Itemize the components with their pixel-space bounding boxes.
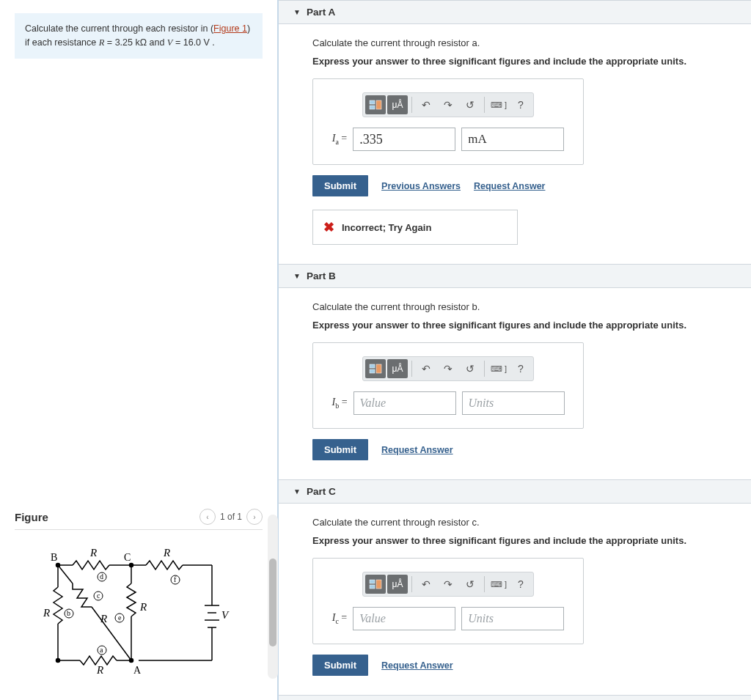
- equation-toolbar: μÅ ↶ ↷ ↺ ⌨ ] ?: [362, 356, 534, 381]
- units-icon[interactable]: μÅ: [387, 359, 408, 378]
- svg-text:b: b: [67, 609, 70, 617]
- keyboard-icon[interactable]: ⌨ ]: [488, 359, 509, 378]
- svg-text:B: B: [51, 552, 57, 563]
- part-c-header[interactable]: ▼ Part C: [279, 479, 751, 504]
- caret-down-icon: ▼: [293, 272, 301, 280]
- answer-box: μÅ ↶ ↷ ↺ ⌨ ] ? Ia =: [312, 78, 584, 165]
- undo-icon[interactable]: ↶: [416, 575, 436, 594]
- request-answer-link[interactable]: Request Answer: [381, 660, 453, 671]
- units-input[interactable]: [461, 607, 564, 630]
- reset-icon[interactable]: ↺: [460, 359, 480, 378]
- svg-text:R: R: [100, 613, 107, 625]
- caret-down-icon: ▼: [293, 487, 301, 495]
- answer-box: μÅ ↶ ↷ ↺ ⌨ ] ? Ic =: [312, 558, 584, 644]
- svg-text:R: R: [96, 664, 103, 676]
- value-input[interactable]: [353, 391, 456, 415]
- previous-answers-link[interactable]: Previous Answers: [381, 181, 461, 191]
- problem-statement: Calculate the current through each resis…: [15, 13, 263, 59]
- fig-pager: 1 of 1: [220, 512, 242, 522]
- keyboard-icon[interactable]: ⌨ ]: [488, 575, 509, 594]
- feedback-box: ✖ Incorrect; Try Again: [312, 210, 518, 245]
- svg-rect-50: [376, 364, 381, 373]
- units-input[interactable]: [462, 391, 565, 415]
- svg-rect-45: [370, 100, 375, 104]
- prompt: Calculate the current through resistor b…: [312, 301, 726, 312]
- figure-link[interactable]: Figure 1: [213, 23, 247, 34]
- svg-text:R: R: [89, 547, 97, 559]
- submit-button[interactable]: Submit: [312, 439, 368, 460]
- svg-rect-49: [370, 369, 375, 373]
- fig-next-button[interactable]: ›: [246, 509, 263, 525]
- figure-scrollbar[interactable]: [268, 515, 278, 679]
- redo-icon[interactable]: ↷: [438, 575, 458, 594]
- request-answer-link[interactable]: Request Answer: [474, 181, 545, 191]
- units-icon[interactable]: μÅ: [387, 575, 408, 594]
- redo-icon[interactable]: ↷: [438, 359, 458, 378]
- templates-icon[interactable]: [365, 359, 386, 378]
- instructions: Express your answer to three significant…: [312, 56, 726, 67]
- undo-icon[interactable]: ↶: [416, 95, 436, 114]
- svg-text:V: V: [221, 609, 230, 621]
- part-b-header[interactable]: ▼ Part B: [279, 264, 751, 288]
- request-answer-link[interactable]: Request Answer: [381, 445, 453, 455]
- svg-text:A: A: [133, 665, 142, 676]
- submit-button[interactable]: Submit: [312, 175, 368, 196]
- svg-text:C: C: [124, 552, 131, 563]
- templates-icon[interactable]: [365, 95, 386, 114]
- help-icon[interactable]: ?: [510, 95, 531, 114]
- svg-point-18: [56, 659, 60, 663]
- caret-down-icon: ▼: [293, 8, 301, 16]
- svg-rect-53: [376, 580, 381, 589]
- svg-text:a: a: [100, 646, 103, 654]
- undo-icon[interactable]: ↶: [416, 359, 436, 378]
- svg-rect-48: [370, 364, 375, 368]
- svg-text:e: e: [118, 614, 122, 622]
- circuit-diagram: B R C R R R R V R A a b c d: [29, 543, 249, 682]
- help-icon[interactable]: ?: [510, 575, 531, 594]
- svg-line-22: [92, 607, 131, 660]
- answer-label: Ic =: [332, 612, 348, 625]
- svg-text:f: f: [174, 575, 177, 583]
- svg-text:c: c: [97, 592, 100, 600]
- keyboard-icon[interactable]: ⌨ ]: [488, 95, 509, 114]
- reset-icon[interactable]: ↺: [460, 575, 480, 594]
- incorrect-icon: ✖: [323, 219, 334, 235]
- svg-text:R: R: [43, 607, 50, 619]
- redo-icon[interactable]: ↷: [438, 95, 458, 114]
- figure-title: Figure: [15, 511, 48, 523]
- svg-rect-52: [370, 585, 375, 589]
- instructions: Express your answer to three significant…: [312, 535, 726, 546]
- part-d-header[interactable]: ▼ Part D: [279, 695, 751, 700]
- answer-label: Ia =: [332, 133, 348, 146]
- equation-toolbar: μÅ ↶ ↷ ↺ ⌨ ] ?: [362, 572, 534, 597]
- submit-button[interactable]: Submit: [312, 655, 368, 676]
- svg-rect-46: [370, 106, 375, 109]
- svg-text:R: R: [163, 547, 170, 559]
- part-a-header[interactable]: ▼ Part A: [279, 0, 751, 24]
- svg-text:d: d: [100, 572, 103, 581]
- svg-line-21: [58, 565, 73, 583]
- svg-text:R: R: [139, 601, 147, 613]
- fig-prev-button[interactable]: ‹: [199, 509, 216, 525]
- units-icon[interactable]: μÅ: [387, 95, 408, 114]
- prompt: Calculate the current through resistor c…: [312, 517, 726, 528]
- equation-toolbar: μÅ ↶ ↷ ↺ ⌨ ] ?: [362, 92, 534, 117]
- answer-label: Ib =: [331, 397, 347, 410]
- instructions: Express your answer to three significant…: [312, 320, 726, 331]
- value-input[interactable]: [353, 128, 455, 151]
- value-input[interactable]: [353, 607, 455, 630]
- reset-icon[interactable]: ↺: [460, 95, 480, 114]
- templates-icon[interactable]: [365, 575, 386, 594]
- help-icon[interactable]: ?: [510, 359, 531, 378]
- svg-rect-47: [376, 100, 381, 109]
- svg-rect-51: [370, 580, 375, 583]
- units-input[interactable]: [461, 128, 564, 151]
- answer-box: μÅ ↶ ↷ ↺ ⌨ ] ? Ib =: [312, 342, 584, 429]
- prompt: Calculate the current through resistor a…: [312, 37, 726, 48]
